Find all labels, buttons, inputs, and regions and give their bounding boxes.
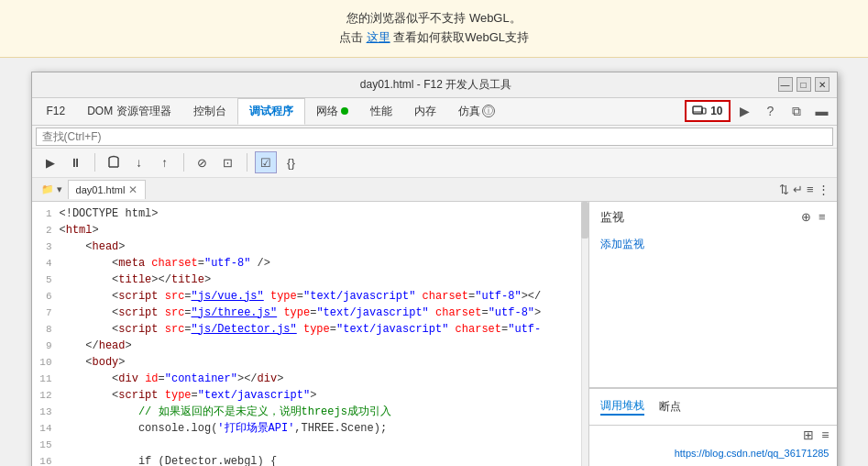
table-row: 13 // 如果返回的不是未定义，说明threejs成功引入 <box>32 404 588 420</box>
dock-button[interactable]: ▬ <box>811 100 833 122</box>
callstack-tab[interactable]: 调用堆栈 <box>600 398 644 416</box>
bottom-icons-row: ⊞ ≡ <box>589 426 837 444</box>
add-monitor-button[interactable]: 添加监视 <box>589 229 837 260</box>
table-row: 1 <!DOCTYPE html> <box>32 205 588 222</box>
toolbar-separator-3 <box>247 153 247 172</box>
table-row: 15 <box>32 437 588 453</box>
break-on-exceptions-button[interactable]: ⊡ <box>217 151 239 173</box>
table-row: 14 console.log('打印场景API',THREE.Scene); <box>32 420 588 437</box>
main-content: 1 <!DOCTYPE html> 2 <html> 3 <head> 4 <m… <box>32 202 837 466</box>
title-bar: day01.html - F12 开发人员工具 — □ ✕ <box>32 72 837 98</box>
file-tab-close-button[interactable]: ✕ <box>128 183 137 196</box>
table-row: 16 if (Detector.webgl) { <box>32 453 588 466</box>
table-row: 6 <script src="js/vue.js" type="text/jav… <box>32 288 588 305</box>
file-tab-name: day01.html <box>76 184 126 195</box>
toolbar-separator-2 <box>183 153 184 172</box>
minimize-button[interactable]: — <box>778 77 793 92</box>
tab-f12[interactable]: F12 <box>36 100 77 122</box>
step-over-button[interactable] <box>103 151 125 173</box>
responsive-value: 10 <box>710 105 722 117</box>
more-icon[interactable]: ⋮ <box>818 183 830 196</box>
tab-console[interactable]: 控制台 <box>182 99 237 124</box>
devtools-window: day01.html - F12 开发人员工具 — □ ✕ F12 DOM 资源… <box>31 72 838 466</box>
right-panel: 监视 ⊕ ≡ 添加监视 调用堆栈 断点 ⊞ ≡ https://blog.csd… <box>589 202 837 466</box>
step-into-button[interactable]: ↓ <box>128 151 150 173</box>
close-button[interactable]: ✕ <box>815 77 830 92</box>
step-over-icon <box>105 154 122 171</box>
svg-rect-0 <box>693 106 702 114</box>
monitor-section: 监视 ⊕ ≡ 添加监视 <box>589 202 837 388</box>
detach-button[interactable]: ⧉ <box>786 100 808 122</box>
table-row: 7 <script src="js/three.js" type="text/j… <box>32 305 588 321</box>
callstack-section: 调用堆栈 断点 <box>589 388 837 425</box>
code-lines: 1 <!DOCTYPE html> 2 <html> 3 <head> 4 <m… <box>32 202 588 466</box>
highlight-button[interactable]: ☑ <box>255 151 277 173</box>
breakpoints-tab[interactable]: 断点 <box>659 399 681 415</box>
code-editor[interactable]: 1 <!DOCTYPE html> 2 <html> 3 <head> 4 <m… <box>32 202 589 466</box>
table-row: 11 <div id="container"></div> <box>32 371 588 387</box>
table-row: 10 <body> <box>32 354 588 371</box>
table-row: 9 </head> <box>32 338 588 354</box>
pause-button[interactable]: ⏸ <box>65 151 87 173</box>
emulation-info-icon: ⓘ <box>482 105 495 117</box>
tab-network[interactable]: 网络 <box>305 99 359 124</box>
scroll-thumb[interactable] <box>581 202 588 239</box>
table-row: 8 <script src="js/Detector.js" type="tex… <box>32 321 588 338</box>
line-endings-icon[interactable]: ≡ <box>807 183 814 196</box>
tab-memory[interactable]: 内存 <box>403 99 447 124</box>
tab-debugger[interactable]: 调试程序 <box>237 98 305 125</box>
break-exceptions-button[interactable]: ⊘ <box>192 151 214 173</box>
monitor-header: 监视 ⊕ ≡ <box>589 205 837 229</box>
maximize-button[interactable]: □ <box>797 77 811 92</box>
notification-bar: 您的浏览器似乎不支持 WebGL。 点击 这里 查看如何获取WebGL支持 <box>0 0 868 58</box>
bottom-link[interactable]: https://blog.csdn.net/qq_36171285 <box>589 444 837 462</box>
webgl-link[interactable]: 这里 <box>367 30 390 44</box>
tab-bar-right: 10 ▶ ? ⧉ ▬ <box>685 100 832 122</box>
scroll-indicator[interactable] <box>581 202 588 466</box>
file-tab-day01[interactable]: day01.html ✕ <box>68 180 147 199</box>
tab-performance[interactable]: 性能 <box>359 99 403 124</box>
settings-icon[interactable]: ≡ <box>821 427 829 442</box>
table-row: 3 <head> <box>32 239 588 255</box>
debug-toolbar: ▶ ⏸ ↓ ↑ ⊘ ⊡ ☑ {} <box>32 149 837 178</box>
monitor-header-icons: ⊕ ≡ <box>801 210 826 224</box>
right-panel-bottom: ⊞ ≡ https://blog.csdn.net/qq_36171285 <box>589 425 837 466</box>
table-row: 12 <script type="text/javascript"> <box>32 387 588 404</box>
notification-line2: 点击 这里 查看如何获取WebGL支持 <box>0 28 868 48</box>
responsive-button[interactable]: 10 <box>685 100 730 122</box>
play-button[interactable]: ▶ <box>734 100 756 122</box>
network-dot <box>341 107 348 115</box>
help-button[interactable]: ? <box>760 100 782 122</box>
file-tab-icons: ⇅ ↵ ≡ ⋮ <box>779 183 837 196</box>
continue-button[interactable]: ▶ <box>39 151 61 173</box>
table-row: 2 <html> <box>32 222 588 239</box>
responsive-icon <box>692 104 707 118</box>
window-title: day01.html - F12 开发人员工具 <box>94 77 778 93</box>
notification-line1: 您的浏览器似乎不支持 WebGL。 <box>0 9 868 28</box>
search-input[interactable] <box>36 128 833 146</box>
svg-rect-1 <box>702 108 706 114</box>
pretty-print-button[interactable]: {} <box>280 151 302 173</box>
table-row: 4 <meta charset="utf-8" /> <box>32 255 588 272</box>
word-wrap-icon[interactable]: ↵ <box>793 183 803 196</box>
folder-button[interactable]: 📁 ▾ <box>36 182 68 197</box>
format-icon[interactable]: ⇅ <box>779 183 789 196</box>
toolbar-separator-1 <box>94 153 95 172</box>
monitor-add-icon[interactable]: ⊕ <box>801 210 811 224</box>
tab-dom[interactable]: DOM 资源管理器 <box>76 99 181 124</box>
window-controls: — □ ✕ <box>778 77 830 92</box>
monitor-title: 监视 <box>600 209 624 226</box>
monitor-list-icon[interactable]: ≡ <box>819 210 826 224</box>
tab-bar: F12 DOM 资源管理器 控制台 调试程序 网络 性能 内存 仿真ⓘ 10 ▶… <box>32 98 837 126</box>
table-row: 5 <title></title> <box>32 272 588 288</box>
file-tab-bar: 📁 ▾ day01.html ✕ ⇅ ↵ ≡ ⋮ <box>32 178 837 202</box>
copy-icon[interactable]: ⊞ <box>803 427 814 442</box>
step-out-button[interactable]: ↑ <box>154 151 176 173</box>
tab-emulation[interactable]: 仿真ⓘ <box>447 99 506 124</box>
